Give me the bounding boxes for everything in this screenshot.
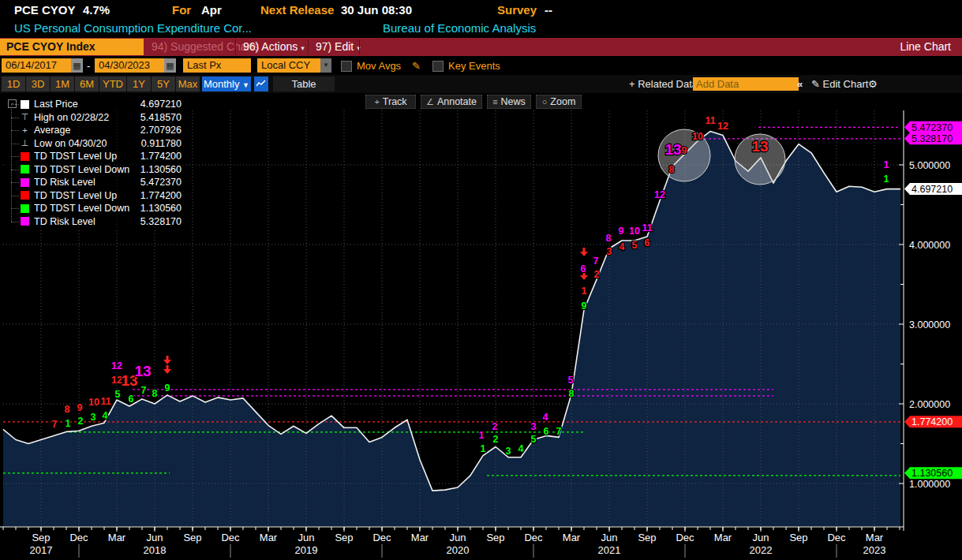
ticker: PCE CYOY: [14, 3, 76, 17]
legend-row[interactable]: TD TDST Level Down1.130560: [6, 202, 185, 215]
survey-value: --: [545, 3, 552, 17]
td-count-green: 1: [66, 418, 71, 429]
x-axis-month-label: Sep: [32, 532, 50, 543]
legend-marker-icon: +: [21, 125, 29, 135]
y-axis-tick-label: 3.000000: [909, 319, 950, 330]
x-axis-year-label: 2023: [863, 544, 886, 556]
x-axis-month-label: Jun: [601, 532, 618, 543]
x-axis-month-label: Jun: [450, 532, 466, 543]
collapse-button[interactable]: «: [797, 78, 803, 90]
td-count-red: 11: [705, 115, 715, 126]
chart-style-button[interactable]: [254, 77, 268, 91]
legend-marker-icon: ⊤: [21, 112, 29, 122]
pencil-icon[interactable]: ✎: [412, 60, 421, 72]
td-count-red: 8: [669, 164, 675, 175]
x-axis-month-label: Mar: [714, 532, 732, 543]
edit-chart-button[interactable]: ✎ Edit Chart: [811, 78, 868, 90]
td-count-green: 2: [78, 416, 84, 427]
axis-price-tag-label: 4.697210: [911, 184, 953, 195]
legend-label: Last Price: [34, 99, 78, 110]
legend-row[interactable]: ⊤High on 02/28/225.418570: [6, 111, 185, 125]
start-date-input[interactable]: 06/14/2017: [2, 58, 71, 73]
td-count-red: 3: [607, 246, 612, 257]
td-count-magenta: 3: [531, 421, 537, 432]
next-release-value: 30 Jun 08:30: [341, 3, 412, 17]
edit-menu[interactable]: 97) Edit ▾: [316, 40, 361, 53]
legend-row[interactable]: +Average2.707926: [6, 124, 185, 137]
legend-row[interactable]: Last Price4.697210: [6, 98, 185, 111]
security-input[interactable]: PCE CYOY Index: [0, 39, 144, 55]
td-count-green: 5: [531, 434, 537, 445]
legend-row[interactable]: TD Risk Level5.328170: [6, 215, 185, 229]
legend-value: 5.328170: [140, 216, 185, 227]
x-axis-year-label: 2020: [447, 544, 470, 556]
gear-icon[interactable]: ⚙: [868, 78, 878, 90]
legend-label: TD TDST Level Up: [34, 190, 117, 201]
tab-table[interactable]: Table: [273, 77, 335, 91]
related-data-button[interactable]: + Related Data: [629, 78, 698, 90]
add-data-input[interactable]: [693, 77, 799, 91]
legend-value: 5.472370: [140, 177, 185, 188]
security-ribbon: PCE CYOY Index 94) Suggested Charts 96) …: [0, 38, 962, 56]
x-axis-month-label: Sep: [789, 532, 807, 543]
legend-row[interactable]: ⊥Low on 04/30/200.911780: [6, 137, 185, 151]
edit-label: 97) Edit: [316, 40, 354, 53]
legend-swatch: [21, 152, 29, 161]
key-events-checkbox[interactable]: [432, 61, 444, 72]
x-axis-year-label: 2017: [30, 544, 53, 556]
currency-select[interactable]: Local CCY: [257, 58, 320, 73]
legend-row[interactable]: TD TDST Level Down1.130560: [6, 163, 185, 177]
x-axis-year-label: 2022: [750, 544, 773, 556]
calendar-icon[interactable]: ▦: [164, 58, 176, 73]
frequency-label: Monthly: [204, 78, 240, 90]
td-count-magenta: 8: [606, 233, 612, 244]
chevron-down-icon[interactable]: ▼: [320, 58, 331, 73]
legend-value: 1.130560: [140, 164, 185, 175]
mov-avgs-label[interactable]: Mov Avgs: [357, 60, 401, 72]
ribbon-divider: [235, 39, 236, 54]
ribbon-divider: [359, 39, 360, 54]
td-count-green: 1: [884, 174, 889, 185]
td-count-magenta: 6: [581, 263, 586, 274]
settings-row: 06/14/2017 ▦ - 04/30/2023 ▦ Last Px Loca…: [0, 56, 962, 75]
mov-avgs-checkbox[interactable]: [341, 61, 352, 72]
data-source: Bureau of Economic Analysis: [383, 21, 536, 35]
legend-label: TD TDST Level Down: [34, 203, 129, 214]
x-axis-month-label: Mar: [260, 532, 278, 543]
last-value: 4.7%: [83, 3, 110, 17]
calendar-icon[interactable]: ▦: [71, 58, 83, 73]
range-tab-1d[interactable]: 1D: [2, 77, 25, 91]
legend-row[interactable]: TD TDST Level Up1.774200: [6, 189, 185, 203]
td-count-magenta: 12: [111, 360, 122, 371]
frequency-select[interactable]: Monthly ▼: [202, 77, 251, 91]
key-events-label[interactable]: Key Events: [448, 60, 500, 72]
td-count-red: 4: [619, 241, 625, 252]
sell-signal-arrow-icon: [580, 248, 588, 256]
legend-label: Average: [34, 125, 70, 136]
survey-label: Survey: [497, 3, 537, 17]
end-date-input[interactable]: 04/30/2023: [95, 58, 164, 73]
range-tab-ytd[interactable]: YTD: [99, 77, 126, 91]
td-count-red: 10: [88, 397, 99, 408]
td-count-green: 2: [493, 434, 499, 445]
td-count-red: 7: [52, 419, 58, 430]
for-value: Apr: [201, 3, 222, 17]
y-axis-tick-label: 2.000000: [909, 399, 950, 410]
range-tab-3d[interactable]: 3D: [26, 77, 50, 91]
axis-price-tag-label: 5.472370: [911, 122, 953, 133]
x-axis-month-label: Mar: [866, 532, 884, 543]
legend-row[interactable]: TD TDST Level Up1.774200: [6, 150, 185, 163]
legend-swatch: [21, 165, 29, 174]
x-axis-month-label: Sep: [183, 532, 201, 543]
range-tab-1m[interactable]: 1M: [51, 77, 74, 91]
ribbon-divider: [308, 39, 309, 54]
legend-row[interactable]: TD Risk Level5.472370: [6, 176, 185, 189]
range-tab-max[interactable]: Max: [176, 77, 200, 91]
range-tab-5y[interactable]: 5Y: [152, 77, 175, 91]
range-tab-6m[interactable]: 6M: [75, 77, 99, 91]
range-tab-1y[interactable]: 1Y: [127, 77, 151, 91]
td-count-magenta: 13: [664, 141, 681, 158]
legend-value: 4.697210: [140, 99, 185, 110]
price-field-select[interactable]: Last Px: [183, 58, 251, 73]
actions-menu[interactable]: 96) Actions ▾: [243, 40, 305, 53]
